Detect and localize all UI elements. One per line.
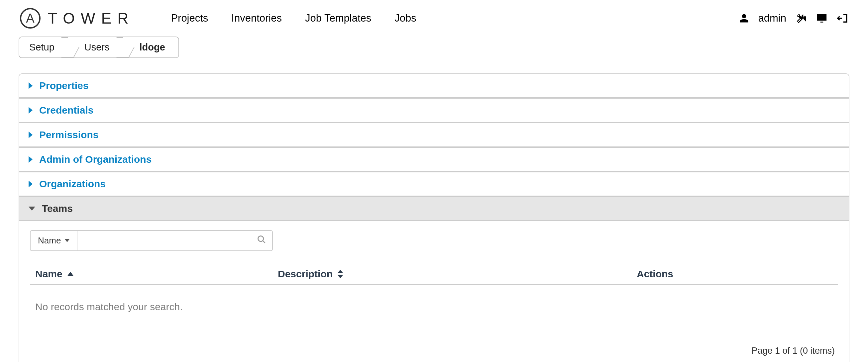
chevron-down-icon (65, 239, 69, 242)
breadcrumb-setup[interactable]: Setup (19, 37, 68, 58)
nav-job-templates[interactable]: Job Templates (305, 12, 371, 24)
accordion-teams[interactable]: Teams (19, 196, 849, 221)
user-icon (739, 13, 749, 23)
caret-right-icon (29, 132, 33, 138)
pagination-status: Page 1 of 1 (0 items) (30, 316, 838, 356)
teams-search-row: Name (30, 230, 838, 251)
accordion-permissions[interactable]: Permissions (19, 123, 849, 147)
monitor-icon[interactable] (816, 12, 828, 24)
topbar: A TOWER Projects Inventories Job Templat… (0, 0, 868, 36)
account-username[interactable]: admin (758, 12, 786, 24)
caret-right-icon (29, 83, 33, 89)
accordion-title: Permissions (39, 129, 98, 140)
svg-line-1 (263, 241, 265, 243)
accordion-title: Organizations (39, 178, 106, 190)
column-actions-label: Actions (637, 268, 673, 279)
column-actions: Actions (637, 268, 833, 279)
brand-logo-letter: A (26, 11, 34, 26)
accordion-properties[interactable]: Properties (19, 74, 849, 98)
brand-logo-icon: A (20, 8, 40, 29)
search-icon[interactable] (257, 235, 266, 246)
teams-panel-body: Name Name Description Ac (19, 221, 849, 362)
user-detail-panels: Properties Credentials Permissions Admin… (19, 73, 849, 362)
brand-name: TOWER (48, 9, 134, 27)
logout-icon[interactable] (837, 12, 848, 24)
column-name[interactable]: Name (35, 268, 278, 279)
caret-right-icon (29, 107, 33, 113)
accordion-credentials[interactable]: Credentials (19, 98, 849, 123)
accordion-title: Admin of Organizations (39, 154, 152, 165)
search-input-wrap (78, 230, 273, 251)
account-toolbar: admin (739, 12, 848, 24)
breadcrumb: Setup Users ldoge (19, 36, 179, 58)
search-field-dropdown[interactable]: Name (30, 230, 78, 251)
caret-right-icon (29, 156, 33, 163)
sort-asc-icon (67, 272, 74, 276)
sort-both-icon (337, 270, 343, 278)
column-name-label: Name (35, 268, 62, 279)
brand[interactable]: A TOWER (20, 8, 134, 29)
nav-inventories[interactable]: Inventories (231, 12, 282, 24)
nav-projects[interactable]: Projects (171, 12, 208, 24)
column-description[interactable]: Description (278, 268, 637, 279)
column-description-label: Description (278, 268, 333, 279)
svg-point-0 (258, 236, 264, 241)
search-field-label: Name (38, 235, 61, 246)
accordion-title: Teams (42, 203, 73, 214)
caret-right-icon (29, 181, 33, 187)
main-nav: Projects Inventories Job Templates Jobs (171, 12, 416, 24)
caret-down-icon (29, 206, 35, 210)
empty-results-message: No records matched your search. (30, 285, 838, 316)
accordion-admin-organizations[interactable]: Admin of Organizations (19, 147, 849, 172)
teams-table-header: Name Description Actions (30, 268, 838, 285)
nav-jobs[interactable]: Jobs (395, 12, 416, 24)
accordion-title: Credentials (39, 105, 93, 116)
setup-tools-icon[interactable] (796, 12, 807, 24)
accordion-title: Properties (39, 80, 88, 91)
accordion-organizations[interactable]: Organizations (19, 172, 849, 196)
search-input[interactable] (78, 231, 257, 251)
